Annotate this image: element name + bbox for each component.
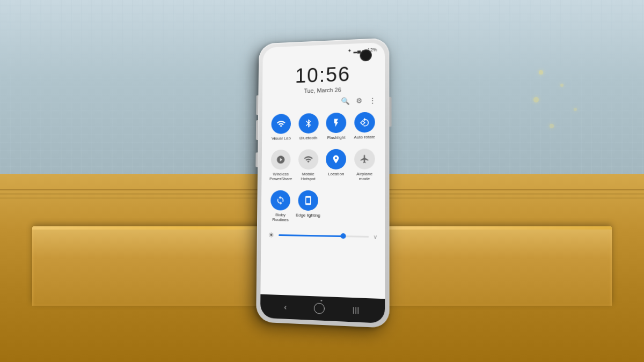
city-lights: [528, 54, 592, 161]
nav-back-button[interactable]: ‹: [284, 302, 287, 311]
tile-bixby-routines-label: Bixby Routines: [268, 212, 292, 223]
brightness-expand-icon[interactable]: ∨: [374, 233, 377, 239]
tile-visual-lab-icon: [272, 114, 291, 134]
tile-airplane-mode-icon: [354, 148, 375, 169]
phone: ✦ ▂▄ ▄ 12% 10:56 Tue, March 26 🔍 ⚙ ⋮: [256, 38, 389, 328]
qs-search-icon[interactable]: 🔍: [341, 97, 349, 105]
tile-auto-rotate-label: Auto rotate: [354, 134, 375, 139]
brightness-track[interactable]: [279, 234, 369, 237]
tile-airplane-mode-label: Airplane mode: [352, 171, 377, 182]
tile-edge-lighting[interactable]: Edge lighting: [295, 187, 321, 226]
volume-down-button[interactable]: [256, 120, 258, 140]
navigation-bar: ‹ |||: [260, 294, 385, 323]
tile-visual-lab-label: Visual Lab: [272, 136, 291, 141]
tile-location-label: Location: [328, 171, 344, 176]
tile-bixby-routines[interactable]: Bixby Routines: [267, 187, 294, 226]
front-camera: [361, 50, 371, 60]
bluetooth-status-icon: ✦: [348, 48, 352, 53]
bixby-button[interactable]: [255, 152, 258, 167]
tile-auto-rotate[interactable]: Auto rotate: [351, 108, 378, 143]
tile-location[interactable]: Location: [323, 145, 350, 185]
brightness-bar[interactable]: ☀ ∨: [261, 225, 385, 244]
tile-mobile-hotspot-label: Mobile Hotspot: [296, 171, 320, 181]
signal-icon: ▂▄: [354, 47, 361, 53]
tile-bixby-routines-icon: [270, 190, 290, 210]
tile-airplane-mode[interactable]: Airplane mode: [350, 145, 378, 184]
clock-time: 10:56: [262, 62, 385, 86]
tile-visual-lab[interactable]: Visual Lab: [268, 110, 294, 144]
tile-location-icon: [326, 149, 346, 169]
tile-mobile-hotspot[interactable]: Mobile Hotspot: [295, 145, 321, 184]
tile-auto-rotate-icon: [354, 112, 375, 132]
tile-wireless-powershare[interactable]: Wireless PowerShare: [268, 146, 294, 184]
nav-indicator: [320, 299, 322, 301]
tile-bluetooth[interactable]: Bluetooth: [295, 109, 322, 144]
qs-more-icon[interactable]: ⋮: [369, 96, 376, 104]
nav-home-button[interactable]: [314, 302, 325, 314]
clock-date: Tue, March 26: [262, 85, 385, 95]
volume-up-button[interactable]: [256, 95, 258, 115]
brightness-fill: [279, 234, 343, 237]
clock-area: 10:56 Tue, March 26: [262, 54, 385, 99]
tile-edge-lighting-icon: [298, 190, 318, 210]
tile-bluetooth-label: Bluetooth: [299, 135, 317, 141]
quick-tiles-grid: Visual Lab Bluetooth: [261, 108, 385, 227]
tile-bluetooth-icon: [298, 113, 318, 133]
nav-recents-button[interactable]: |||: [353, 306, 360, 314]
tile-wireless-powershare-icon: [271, 149, 291, 169]
screen: ✦ ▂▄ ▄ 12% 10:56 Tue, March 26 🔍 ⚙ ⋮: [260, 42, 385, 323]
brightness-icon: ☀: [268, 231, 275, 239]
tile-mobile-hotspot-icon: [298, 149, 318, 169]
tile-flashlight-label: Flashlight: [327, 135, 345, 140]
phone-wrapper: ✦ ▂▄ ▄ 12% 10:56 Tue, March 26 🔍 ⚙ ⋮: [256, 38, 389, 328]
power-button[interactable]: [389, 97, 391, 127]
tile-flashlight-icon: [326, 112, 347, 133]
tile-wireless-powershare-label: Wireless PowerShare: [269, 171, 293, 181]
tile-flashlight[interactable]: Flashlight: [323, 109, 349, 143]
tile-edge-lighting-label: Edge lighting: [296, 212, 320, 218]
brightness-thumb[interactable]: [340, 233, 346, 239]
qs-settings-icon[interactable]: ⚙: [356, 97, 362, 105]
